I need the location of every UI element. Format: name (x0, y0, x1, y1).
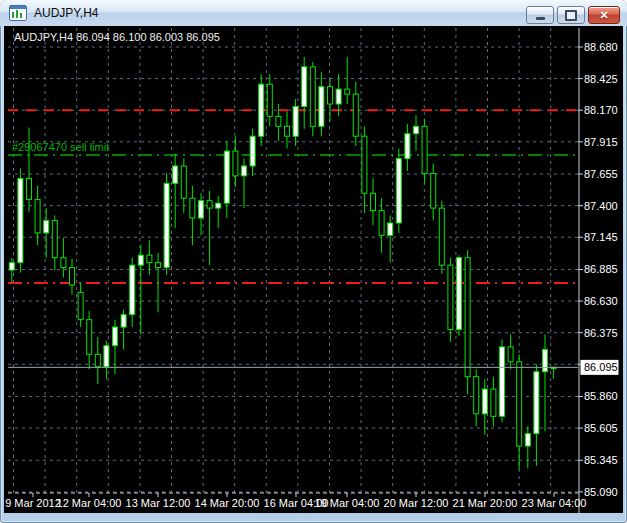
candle-body (156, 263, 161, 268)
price-axis-label: 86.885 (584, 263, 618, 275)
candle-body (482, 389, 487, 414)
price-axis-label: 88.425 (584, 73, 618, 85)
time-axis-label: 21 Mar 20:00 (453, 497, 518, 509)
price-axis-label: 87.145 (584, 231, 618, 243)
window-title: AUDJPY,H4 (34, 6, 98, 20)
candle-body (138, 255, 143, 265)
restore-button[interactable] (557, 6, 585, 24)
candle-body (328, 87, 333, 104)
chart-icon (9, 5, 27, 21)
price-axis-label: 87.655 (584, 168, 618, 180)
candle-body (379, 211, 384, 236)
candle-body (302, 67, 307, 107)
candle-body (457, 258, 462, 330)
candle-body (371, 193, 376, 210)
price-axis-label: 86.630 (584, 295, 618, 307)
candle-body (362, 136, 367, 193)
candle-body (336, 89, 341, 104)
candle-body (414, 126, 419, 133)
candle-body (405, 134, 410, 159)
candle-body (207, 201, 212, 208)
close-button[interactable]: ✕ (588, 6, 620, 24)
candle-body (422, 126, 427, 173)
candle-body (181, 166, 186, 198)
candle-body (525, 434, 530, 446)
time-axis-label: 13 Mar 12:00 (126, 497, 191, 509)
price-axis-label: 85.860 (584, 390, 618, 402)
time-axis-label: 19 Mar 04:00 (315, 497, 380, 509)
candle-body (474, 377, 479, 414)
candle-body (508, 347, 513, 362)
candle-body (500, 347, 505, 416)
candle-body (276, 116, 281, 126)
minimize-button[interactable] (526, 6, 554, 24)
candle-body (491, 389, 496, 416)
price-chart[interactable]: 88.68088.42588.17087.91587.65587.40087.1… (4, 26, 623, 513)
price-axis-label: 88.170 (584, 104, 618, 116)
price-axis-label: 86.375 (584, 327, 618, 339)
candle-body (95, 354, 100, 366)
candle-body (396, 159, 401, 223)
candle-body (173, 166, 178, 183)
title-bar[interactable]: AUDJPY,H4 ✕ (0, 0, 627, 26)
price-axis-label: 85.090 (584, 486, 618, 498)
candle-body (216, 203, 221, 208)
candle-body (233, 151, 238, 176)
price-axis-label: 87.400 (584, 200, 618, 212)
candle-body (9, 263, 14, 270)
candle-body (353, 94, 358, 136)
candle-body (439, 208, 444, 265)
candle-body (543, 349, 548, 371)
time-axis-label: 12 Mar 04:00 (57, 497, 122, 509)
candle-body (465, 258, 470, 377)
close-icon: ✕ (599, 10, 608, 21)
candle-body (259, 84, 264, 136)
candle-body (242, 166, 247, 176)
candle-body (448, 265, 453, 329)
candle-body (78, 292, 83, 319)
candle-body (250, 136, 255, 166)
candle-body (199, 201, 204, 218)
candle-body (18, 178, 23, 262)
chart-window: AUDJPY,H4 ✕ 88.68088.42588.17087.91587.6… (0, 0, 627, 523)
time-axis-label: 20 Mar 12:00 (384, 497, 449, 509)
candle-body (293, 106, 298, 136)
time-axis-label: 23 Mar 04:00 (522, 497, 587, 509)
candle-body (345, 89, 350, 94)
restore-icon (565, 10, 577, 21)
candle-body (267, 84, 272, 116)
candle-body (27, 178, 32, 199)
candle-body (61, 258, 66, 268)
candle-body (87, 320, 92, 355)
candle-body (224, 151, 229, 203)
candle-body (147, 255, 152, 262)
candle-body (517, 362, 522, 446)
candle-body (104, 346, 109, 367)
candle-body (35, 199, 40, 232)
minimize-icon (536, 17, 545, 20)
caption-buttons: ✕ (526, 6, 620, 24)
candle-body (52, 221, 57, 258)
price-axis-label: 88.680 (584, 41, 618, 53)
price-axis-label: 85.605 (584, 422, 618, 434)
candle-body (285, 126, 290, 136)
ohlc-readout: AUDJPY,H4 86.094 86.100 86.003 86.095 (14, 31, 220, 43)
candle-body (310, 67, 315, 126)
chart-client-area: 88.68088.42588.17087.91587.65587.40087.1… (4, 26, 623, 513)
candle-body (319, 87, 324, 127)
price-axis-label: 87.915 (584, 136, 618, 148)
time-axis-label: 14 Mar 20:00 (195, 497, 260, 509)
price-box-value: 86.095 (584, 361, 618, 373)
candle-body (431, 173, 436, 208)
candle-body (44, 221, 49, 233)
candle-body (130, 265, 135, 315)
candle-body (113, 327, 118, 346)
candle-body (70, 268, 75, 285)
candle-body (534, 372, 539, 434)
candle-body (190, 198, 195, 218)
order-label: #29067470 sell limit (12, 141, 109, 153)
candle-body (388, 223, 393, 235)
candle-body (121, 315, 126, 327)
time-axis-label: 9 Mar 2012 (5, 497, 61, 509)
candle-body (164, 183, 169, 267)
